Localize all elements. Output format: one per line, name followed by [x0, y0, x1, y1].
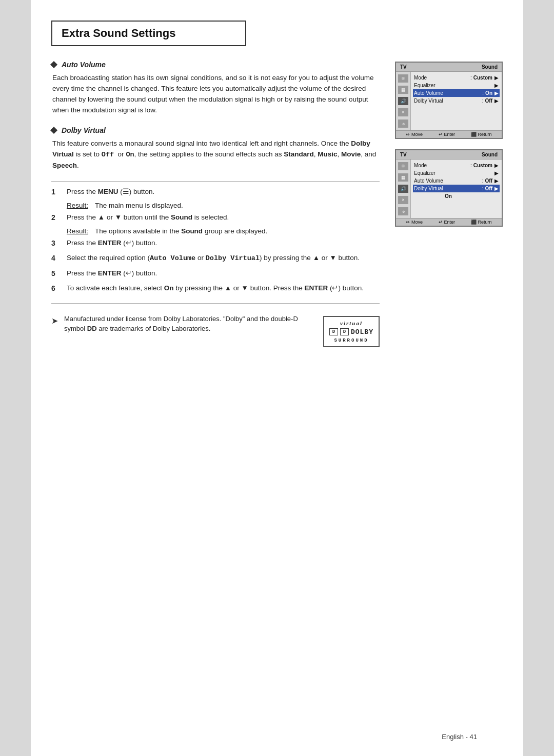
tv-row-2-autovolume: Auto Volume : Off ▶ [414, 177, 499, 185]
tv-footer-2-move: ⇔ Move [406, 220, 423, 225]
tv-screen-1-footer: ⇔ Move ↵ Enter ⬛ Return [396, 130, 502, 138]
tv-row-av-arrow: ▶ [494, 90, 499, 96]
tv-row2-mode-value: Custom [473, 163, 492, 168]
tv-row-mode-label: Mode [414, 75, 469, 81]
page-title: Extra Sound Settings [62, 27, 175, 39]
step-5-number: 5 [51, 268, 60, 279]
diamond-icon-2 [50, 127, 57, 134]
right-decorative-strip [523, 0, 554, 756]
tv-header-2-right: Sound [482, 152, 498, 157]
result-label-2: Result: [67, 227, 90, 235]
tv-screen-1-header: TV Sound [396, 63, 502, 72]
step-3-content: Press the ENTER (↵) button. [67, 238, 380, 248]
auto-volume-section: Auto Volume Each broadcasting station ha… [51, 61, 380, 116]
tv-row-2-dolby: Dolby Virtual : Off ▶ [413, 185, 500, 192]
page-container: Extra Sound Settings Auto Volume Each br… [0, 0, 554, 756]
step-6-number: 6 [51, 283, 60, 294]
tv-row2-mode-arrow: ▶ [494, 163, 499, 168]
step-2: 2 Press the ▲ or ▼ button until the Soun… [51, 212, 380, 223]
dolby-logo-row: D D DOLBY [329, 328, 373, 336]
tv-row-eq-arrow: ▶ [494, 83, 499, 88]
step-6: 6 To activate each feature, select On by… [51, 283, 380, 294]
step-6-content: To activate each feature, select On by p… [67, 283, 380, 293]
step-2-number: 2 [51, 212, 60, 223]
left-column: Extra Sound Settings Auto Volume Each br… [51, 21, 380, 735]
step-1-result: Result: The main menu is displayed. [51, 202, 380, 209]
dolby-virtual-title: Dolby Virtual [51, 126, 380, 134]
tv-screen-2-header: TV Sound [396, 150, 502, 160]
tv-header-2-left: TV [400, 152, 407, 157]
tv-icon-2-5: ⚙ [398, 207, 408, 215]
step-1-content: Press the MENU (☰) button. [67, 187, 380, 197]
tv-row-1-mode: Mode : Custom ▶ [414, 74, 499, 82]
dolby-surround-text: SURROUND [329, 338, 373, 343]
tv-icons-col-2: ⊞ ▦ 🔊 ✕ ⚙ [396, 160, 411, 218]
tv-footer-2-return: ⬛ Return [471, 220, 492, 225]
tv-icon-1-2: ▦ [398, 86, 408, 94]
tv-footer-1-enter: ↵ Enter [439, 132, 455, 137]
step-5: 5 Press the ENTER (↵) button. [51, 268, 380, 279]
tv-icon-1-4: ✕ [398, 108, 408, 116]
step-4: 4 Select the required option (Auto Volum… [51, 253, 380, 264]
tv-icon-2-4: ✕ [398, 196, 408, 204]
tv-header-1-left: TV [400, 64, 407, 70]
note-area: ➤ Manufactured under license from Dolby … [51, 314, 310, 334]
tv-screen-2-body: ⊞ ▦ 🔊 ✕ ⚙ Mode : Custom ▶ [396, 160, 502, 218]
step-1: 1 Press the MENU (☰) button. [51, 187, 380, 197]
tv-row-mode-arrow: ▶ [494, 75, 499, 81]
tv-row-2-on: On [414, 192, 499, 200]
tv-row-dv-arrow: ▶ [494, 98, 499, 104]
tv-row-1-dolby: Dolby Virtual : Off ▶ [414, 97, 499, 105]
tv-screen-1: TV Sound ⊞ ▦ 🔊 ✕ ⚙ Mode : [395, 62, 503, 139]
tv-footer-1-return: ⬛ Return [471, 132, 492, 137]
tv-row2-av-label: Auto Volume [414, 178, 481, 184]
tv-icon-2-2: ▦ [398, 173, 408, 182]
tv-row-1-autovolume: Auto Volume : On ▶ [413, 89, 500, 97]
tv-row2-av-value: Off [485, 178, 492, 184]
title-box: Extra Sound Settings [51, 21, 246, 46]
tv-icon-1-1: ⊞ [398, 74, 408, 83]
tv-row2-eq-label: Equalizer [414, 170, 494, 176]
main-content: Extra Sound Settings Auto Volume Each br… [31, 0, 523, 756]
dolby-virtual-label: virtual [329, 320, 373, 326]
tv-icon-2-3: 🔊 [398, 185, 408, 193]
tv-row-2-equalizer: Equalizer ▶ [414, 169, 499, 177]
tv-row-eq-label: Equalizer [414, 83, 494, 88]
right-column: TV Sound ⊞ ▦ 🔊 ✕ ⚙ Mode : [395, 21, 508, 735]
left-decorative-strip [0, 0, 31, 756]
auto-volume-title: Auto Volume [51, 61, 380, 69]
tv-row-av-label: Auto Volume [414, 90, 481, 96]
diamond-icon [50, 61, 57, 68]
tv-row-dv-value: Off [485, 98, 492, 104]
steps-area: 1 Press the MENU (☰) button. Result: The… [51, 181, 380, 303]
step-3: 3 Press the ENTER (↵) button. [51, 238, 380, 249]
tv-icons-col-1: ⊞ ▦ 🔊 ✕ ⚙ [396, 72, 411, 130]
tv-icon-1-3: 🔊 [398, 97, 408, 105]
step-1-number: 1 [51, 187, 60, 197]
tv-screen-1-body: ⊞ ▦ 🔊 ✕ ⚙ Mode : Custom ▶ [396, 72, 502, 130]
tv-row2-dv-value: Off [485, 186, 492, 191]
step-4-number: 4 [51, 253, 60, 264]
tv-row2-mode-label: Mode [414, 163, 469, 168]
tv-row2-dv-arrow: ▶ [494, 186, 499, 191]
tv-row-2-mode: Mode : Custom ▶ [414, 162, 499, 169]
note-arrow-icon: ➤ [51, 315, 58, 327]
tv-row2-dv-label: Dolby Virtual [414, 186, 481, 191]
tv-row2-eq-arrow: ▶ [494, 170, 499, 176]
tv-screen-2-footer: ⇔ Move ↵ Enter ⬛ Return [396, 218, 502, 226]
tv-rows-1: Mode : Custom ▶ Equalizer ▶ Auto Volume … [411, 72, 502, 130]
tv-row-mode-value: Custom [473, 75, 492, 81]
dolby-logo-box: virtual D D DOLBY SURROUND [323, 316, 380, 347]
dolby-virtual-body: This feature converts a monaural sound s… [51, 138, 380, 171]
tv-footer-1-move: ⇔ Move [406, 132, 423, 137]
step-3-number: 3 [51, 238, 60, 249]
tv-row-dv-label: Dolby Virtual [414, 98, 481, 104]
tv-footer-2-enter: ↵ Enter [439, 220, 455, 225]
step-5-content: Press the ENTER (↵) button. [67, 268, 380, 278]
step-2-result-text: The options available in the Sound group… [95, 227, 267, 235]
step-4-content: Select the required option (Auto Volume … [67, 253, 380, 264]
tv-row2-av-arrow: ▶ [494, 178, 499, 184]
page-number: English - 41 [442, 733, 477, 741]
tv-rows-2: Mode : Custom ▶ Equalizer ▶ Auto Volume … [411, 160, 502, 218]
dolby-dd-right: D [340, 328, 349, 335]
